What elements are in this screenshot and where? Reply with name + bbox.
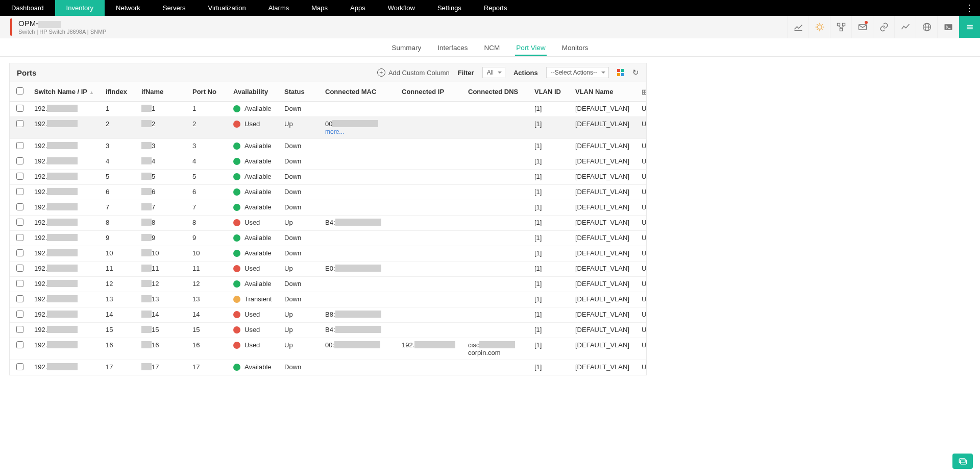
cell-uptime: Up: [638, 200, 647, 216]
row-checkbox[interactable]: [16, 311, 23, 318]
col-ifindex[interactable]: ifIndex: [102, 82, 137, 102]
subtab-ncm[interactable]: NCM: [483, 44, 501, 56]
table-row[interactable]: 192.555AvailableDown[1][DEFAULT_VLAN]Up: [10, 170, 647, 185]
cell-uptime: Up: [638, 307, 647, 323]
table-row[interactable]: 192.121212AvailableDown[1][DEFAULT_VLAN]…: [10, 277, 647, 292]
table-row[interactable]: 192.888UsedUpB4:[1][DEFAULT_VLAN]Up: [10, 216, 647, 231]
table-row[interactable]: 192.111111UsedUpE0:[1][DEFAULT_VLAN]Up: [10, 261, 647, 277]
row-checkbox[interactable]: [16, 142, 23, 149]
globe-icon[interactable]: [916, 16, 937, 38]
nav-reports[interactable]: Reports: [473, 0, 519, 16]
table-row[interactable]: 192.141414UsedUpB8:[1][DEFAULT_VLAN]Up: [10, 307, 647, 323]
select-all-checkbox[interactable]: [16, 87, 23, 94]
nav-network[interactable]: Network: [105, 0, 152, 16]
nav-apps[interactable]: Apps: [339, 0, 377, 16]
cell-port: 16: [188, 338, 229, 360]
link-icon[interactable]: [873, 16, 894, 38]
col-ip[interactable]: Connected IP: [398, 82, 464, 102]
table-row[interactable]: 192.777AvailableDown[1][DEFAULT_VLAN]Up: [10, 200, 647, 216]
cell-connected-ip: [398, 307, 464, 323]
row-checkbox[interactable]: [16, 234, 23, 241]
cell-dns: [464, 102, 530, 117]
nav-servers[interactable]: Servers: [152, 0, 197, 16]
more-menu-icon[interactable]: ⋮: [958, 0, 980, 16]
table-row[interactable]: 192.222UsedUp00more...[1][DEFAULT_VLAN]U…: [10, 117, 647, 139]
actions-select[interactable]: --Select Actions--: [546, 67, 609, 78]
nav-workflow[interactable]: Workflow: [377, 0, 426, 16]
nav-virtualization[interactable]: Virtualization: [197, 0, 257, 16]
row-checkbox[interactable]: [16, 265, 23, 272]
cell-mac: [321, 200, 398, 216]
subtab-interfaces[interactable]: Interfaces: [436, 44, 469, 56]
nav-maps[interactable]: Maps: [300, 0, 339, 16]
row-checkbox[interactable]: [16, 105, 23, 112]
terminal-icon[interactable]: [937, 16, 959, 38]
table-row[interactable]: 192.101010AvailableDown[1][DEFAULT_VLAN]…: [10, 246, 647, 261]
subtab-monitors[interactable]: Monitors: [561, 44, 590, 56]
row-checkbox[interactable]: [16, 341, 23, 348]
col-switch[interactable]: Switch Name / IP▲: [30, 82, 102, 102]
nav-inventory[interactable]: Inventory: [55, 0, 105, 16]
masked-text: [141, 234, 152, 241]
table-row[interactable]: 192.444AvailableDown[1][DEFAULT_VLAN]Up: [10, 154, 647, 170]
nav-settings[interactable]: Settings: [426, 0, 473, 16]
add-custom-column-button[interactable]: + Add Custom Column: [377, 68, 450, 77]
row-checkbox[interactable]: [16, 203, 23, 210]
cell-uptime: Up: [638, 246, 647, 261]
row-checkbox[interactable]: [16, 120, 23, 127]
table-row[interactable]: 192.111AvailableDown[1][DEFAULT_VLAN]Up: [10, 102, 647, 117]
row-checkbox[interactable]: [16, 363, 23, 370]
row-checkbox[interactable]: [16, 249, 23, 256]
masked-text: [47, 188, 78, 195]
mail-icon[interactable]: [851, 16, 873, 38]
nav-alarms[interactable]: Alarms: [257, 0, 300, 16]
row-checkbox[interactable]: [16, 295, 23, 302]
col-dns[interactable]: Connected DNS: [464, 82, 530, 102]
cell-status: Down: [280, 360, 321, 375]
masked-text: [47, 280, 78, 287]
alert-icon[interactable]: [808, 16, 830, 38]
table-row[interactable]: 192.131313TransientDown[1][DEFAULT_VLAN]…: [10, 292, 647, 307]
col-ifname[interactable]: ifName: [137, 82, 188, 102]
table-row[interactable]: 192.666AvailableDown[1][DEFAULT_VLAN]Up: [10, 185, 647, 200]
more-link[interactable]: more...: [325, 128, 344, 135]
columns-icon: ⊞: [642, 88, 647, 96]
col-settings[interactable]: ⊞: [638, 82, 647, 102]
plus-icon: +: [377, 68, 385, 77]
svg-line-5: [817, 24, 818, 25]
col-vlanname[interactable]: VLAN Name: [571, 82, 638, 102]
cell-vlanname: [DEFAULT_VLAN]: [571, 154, 638, 170]
row-checkbox[interactable]: [16, 219, 23, 226]
table-row[interactable]: 192.333AvailableDown[1][DEFAULT_VLAN]Up: [10, 139, 647, 154]
graph-icon[interactable]: [894, 16, 916, 38]
table-row[interactable]: 192.171717AvailableDown[1][DEFAULT_VLAN]…: [10, 360, 647, 375]
masked-text: [47, 341, 78, 348]
table-row[interactable]: 192.999AvailableDown[1][DEFAULT_VLAN]Up: [10, 231, 647, 246]
col-availability[interactable]: Availability: [229, 82, 280, 102]
row-checkbox[interactable]: [16, 157, 23, 164]
row-checkbox[interactable]: [16, 173, 23, 180]
refresh-icon[interactable]: ↻: [632, 68, 639, 77]
nav-dashboard[interactable]: Dashboard: [0, 0, 55, 16]
cell-availability: Available: [229, 246, 280, 261]
cell-connected-ip: [398, 246, 464, 261]
col-status[interactable]: Status: [280, 82, 321, 102]
row-checkbox[interactable]: [16, 280, 23, 287]
row-checkbox[interactable]: [16, 188, 23, 195]
table-row[interactable]: 192.151515UsedUpB4:[1][DEFAULT_VLAN]Up: [10, 323, 647, 338]
masked-text: [141, 105, 152, 112]
col-mac[interactable]: Connected MAC: [321, 82, 398, 102]
topology-icon[interactable]: [830, 16, 851, 38]
hamburger-icon[interactable]: [959, 16, 980, 38]
table-row[interactable]: 192.161616UsedUp00:192.cisccorpin.com[1]…: [10, 338, 647, 360]
subtab-port-view[interactable]: Port View: [515, 44, 547, 56]
device-name: OPM-: [18, 19, 106, 28]
col-vlanid[interactable]: VLAN ID: [530, 82, 571, 102]
grid-view-icon[interactable]: [617, 69, 624, 76]
row-checkbox[interactable]: [16, 326, 23, 333]
subtab-summary[interactable]: Summary: [390, 44, 422, 56]
cell-vlanid: [1]: [530, 139, 571, 154]
chart-icon[interactable]: [787, 16, 808, 38]
filter-select[interactable]: All: [482, 67, 505, 78]
col-portno[interactable]: Port No: [188, 82, 229, 102]
